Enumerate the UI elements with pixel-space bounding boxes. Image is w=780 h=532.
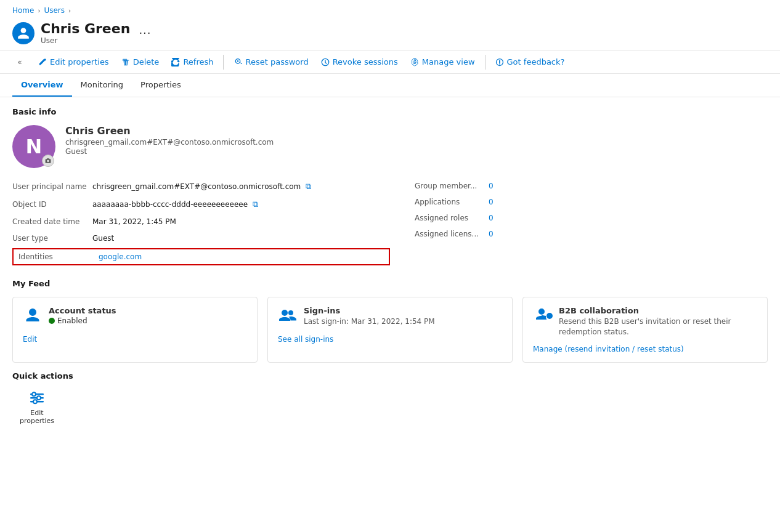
profile-name: Chris Green bbox=[65, 125, 274, 137]
prop-created-value: Mar 31, 2022, 1:45 PM bbox=[92, 217, 176, 226]
toolbar: « Edit properties Delete Refresh bbox=[0, 50, 780, 74]
my-feed-section: My Feed Account status bbox=[12, 279, 768, 363]
user-header: Chris Green User ··· bbox=[0, 18, 780, 50]
b2b-icon bbox=[533, 306, 553, 328]
cards-row: Account status Enabled Edit bbox=[12, 297, 768, 363]
prop-upn-label: User principal name bbox=[12, 182, 92, 191]
revoke-sessions-label: Revoke sessions bbox=[333, 57, 398, 66]
reset-password-button[interactable]: Reset password bbox=[227, 54, 314, 70]
tab-properties[interactable]: Properties bbox=[132, 74, 190, 97]
svg-point-4 bbox=[32, 392, 36, 396]
prop-upn-value: chrisgreen_gmail.com#EXT#@contoso.onmicr… bbox=[92, 182, 311, 191]
delete-button[interactable]: Delete bbox=[115, 54, 166, 70]
prop-objectid-value: aaaaaaaa-bbbb-cccc-dddd-eeeeeeeeeeee ⧉ bbox=[92, 200, 258, 209]
tab-overview[interactable]: Overview bbox=[12, 74, 72, 97]
toolbar-sep2 bbox=[485, 55, 485, 70]
camera-button[interactable] bbox=[42, 155, 54, 167]
sessions-icon bbox=[321, 58, 330, 66]
account-status-value: Enabled bbox=[57, 316, 87, 325]
camera-icon bbox=[45, 158, 51, 164]
account-status-icon bbox=[23, 306, 43, 328]
breadcrumb-sep1: › bbox=[38, 7, 40, 14]
prop-identities-label: Identities bbox=[18, 252, 99, 261]
breadcrumb-home[interactable]: Home bbox=[12, 6, 34, 15]
user-role: User bbox=[41, 36, 130, 45]
tabs: Overview Monitoring Properties bbox=[0, 74, 780, 97]
account-status-edit-link[interactable]: Edit bbox=[23, 335, 247, 344]
prop-usertype-label: User type bbox=[12, 234, 92, 243]
user-name: Chris Green bbox=[41, 21, 130, 36]
avatar-letter: N bbox=[26, 135, 43, 158]
sign-ins-last: Last sign-in: Mar 31, 2022, 1:54 PM bbox=[304, 316, 435, 327]
prop-objectid: Object ID aaaaaaaa-bbbb-cccc-dddd-eeeeee… bbox=[12, 196, 390, 214]
prop-apps-label: Applications bbox=[415, 198, 489, 206]
prop-objectid-label: Object ID bbox=[12, 200, 92, 209]
edit-properties-button[interactable]: Edit properties bbox=[32, 54, 115, 70]
copy-objectid-button[interactable]: ⧉ bbox=[253, 200, 258, 209]
delete-label: Delete bbox=[133, 57, 160, 66]
user-profile: N Chris Green chrisgreen_gmail.com#EXT#@… bbox=[12, 125, 768, 168]
properties-grid: User principal name chrisgreen_gmail.com… bbox=[12, 178, 768, 267]
prop-identities: Identities google.com bbox=[12, 248, 390, 265]
person-sync-icon bbox=[533, 306, 553, 326]
breadcrumb: Home › Users › bbox=[0, 0, 780, 18]
got-feedback-label: Got feedback? bbox=[507, 57, 565, 66]
quick-edit-properties[interactable]: Edit properties bbox=[12, 389, 62, 425]
b2b-header: B2B collaboration Resend this B2B user's… bbox=[533, 306, 757, 337]
more-options-button[interactable]: ··· bbox=[139, 26, 151, 39]
toolbar-sep1 bbox=[223, 55, 224, 70]
prop-identities-value[interactable]: google.com bbox=[99, 252, 142, 261]
svg-point-6 bbox=[33, 400, 37, 403]
prop-upn: User principal name chrisgreen_gmail.com… bbox=[12, 178, 390, 196]
sign-ins-icon bbox=[278, 306, 298, 328]
prop-usertype: User type Guest bbox=[12, 230, 390, 247]
prop-group-label: Group member... bbox=[415, 182, 489, 190]
revoke-sessions-button[interactable]: Revoke sessions bbox=[315, 54, 404, 70]
account-status-title: Account status bbox=[49, 306, 116, 315]
refresh-button[interactable]: Refresh bbox=[165, 54, 219, 70]
prop-assigned-licenses[interactable]: Assigned licens... 0 bbox=[415, 226, 768, 242]
user-title: Chris Green User bbox=[41, 21, 130, 45]
prop-created: Created date time Mar 31, 2022, 1:45 PM bbox=[12, 214, 390, 230]
b2b-manage-link[interactable]: Manage (resend invitation / reset status… bbox=[533, 345, 757, 353]
prop-group-value: 0 bbox=[489, 182, 494, 190]
profile-info: Chris Green chrisgreen_gmail.com#EXT#@co… bbox=[65, 125, 274, 156]
pencil-icon bbox=[38, 58, 47, 66]
manage-view-button[interactable]: Manage view bbox=[404, 54, 481, 70]
see-all-signins-link[interactable]: See all sign-ins bbox=[278, 335, 502, 344]
sign-ins-title: Sign-ins bbox=[304, 306, 435, 315]
user-status-icon bbox=[23, 306, 43, 326]
b2b-collaboration-card: B2B collaboration Resend this B2B user's… bbox=[522, 297, 768, 363]
profile-email: chrisgreen_gmail.com#EXT#@contoso.onmicr… bbox=[65, 138, 274, 147]
user-icon bbox=[17, 26, 30, 40]
profile-type: Guest bbox=[65, 147, 274, 156]
feedback-icon bbox=[495, 58, 504, 66]
sign-ins-info: Sign-ins Last sign-in: Mar 31, 2022, 1:5… bbox=[304, 306, 435, 327]
account-status-info: Account status Enabled bbox=[49, 306, 116, 325]
prop-applications[interactable]: Applications 0 bbox=[415, 194, 768, 210]
b2b-title: B2B collaboration bbox=[559, 306, 757, 315]
got-feedback-button[interactable]: Got feedback? bbox=[489, 54, 571, 70]
key-icon bbox=[234, 58, 242, 66]
prop-usertype-value: Guest bbox=[92, 234, 114, 243]
right-properties: Group member... 0 Applications 0 Assigne… bbox=[390, 178, 768, 267]
prop-roles-value: 0 bbox=[489, 214, 494, 222]
user-header-icon bbox=[12, 22, 35, 44]
sign-ins-card: Sign-ins Last sign-in: Mar 31, 2022, 1:5… bbox=[267, 297, 513, 363]
account-status-card: Account status Enabled Edit bbox=[12, 297, 258, 363]
breadcrumb-users[interactable]: Users bbox=[44, 6, 65, 15]
collapse-button[interactable]: « bbox=[12, 55, 27, 70]
tab-monitoring[interactable]: Monitoring bbox=[72, 74, 132, 97]
sign-ins-header: Sign-ins Last sign-in: Mar 31, 2022, 1:5… bbox=[278, 306, 502, 328]
quick-actions-section: Quick actions Edit properties bbox=[12, 371, 768, 425]
copy-upn-button[interactable]: ⧉ bbox=[306, 182, 311, 191]
prop-licenses-label: Assigned licens... bbox=[415, 230, 489, 238]
avatar: N bbox=[12, 125, 55, 168]
prop-assigned-roles[interactable]: Assigned roles 0 bbox=[415, 210, 768, 226]
reset-password-label: Reset password bbox=[245, 57, 308, 66]
manage-view-label: Manage view bbox=[422, 57, 475, 66]
users-icon bbox=[278, 306, 298, 326]
my-feed-heading: My Feed bbox=[12, 279, 768, 288]
basic-info-section: Basic info N Chris Green chrisgreen_gmai… bbox=[12, 107, 768, 267]
prop-group-members[interactable]: Group member... 0 bbox=[415, 178, 768, 194]
